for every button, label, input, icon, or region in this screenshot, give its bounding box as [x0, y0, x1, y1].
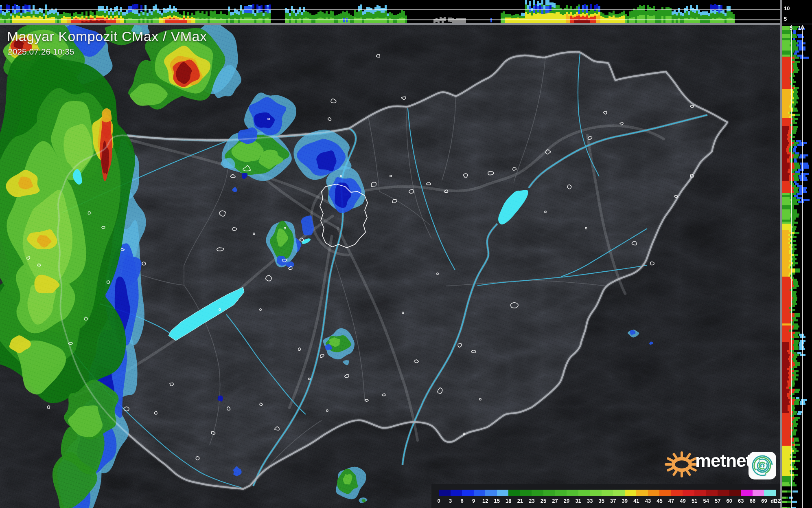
legend-tick-label: 29: [564, 498, 569, 504]
legend-tick-label: 39: [622, 498, 628, 504]
legend-cell: [543, 490, 555, 496]
horizontal-divider: [0, 23, 780, 25]
legend-tick-label: 23: [529, 498, 534, 504]
legend-tick-label: 57: [715, 498, 720, 504]
legend-tick-label: 18: [506, 498, 511, 504]
map-area: [0, 18, 780, 508]
legend-cell: [753, 490, 764, 496]
legend-tick-label: 45: [657, 498, 662, 504]
legend-tick-label: 12: [482, 498, 488, 504]
legend-tick-label: 33: [587, 498, 593, 504]
legend-cell: [671, 490, 683, 496]
legend-cell: [729, 490, 741, 496]
legend-cell: [683, 490, 694, 496]
legend-cell: [508, 490, 520, 496]
radar-composite-screen: Magyar Kompozit CMax / VMax 2025.07.26 1…: [0, 0, 812, 508]
legend-cell: [520, 490, 532, 496]
legend-tick-label: 69: [761, 498, 767, 504]
legend-cell: [648, 490, 660, 496]
spiral-app-icon: [748, 451, 777, 480]
vertical-divider: [780, 0, 782, 508]
legend-tick-label: 15: [494, 498, 500, 504]
legend-cell: [718, 490, 729, 496]
sun-icon: [663, 446, 700, 482]
legend-tick-label: 43: [645, 498, 651, 504]
legend-tick-label: 51: [692, 498, 697, 504]
legend-cell: [613, 490, 625, 496]
legend-tick-label: 66: [750, 498, 755, 504]
legend-cell: [451, 490, 462, 496]
legend-cell: [532, 490, 543, 496]
legend-cell: [659, 490, 671, 496]
legend-tick-label: 54: [703, 498, 709, 504]
top-profile-strip: [0, 0, 780, 24]
legend-cell: [578, 490, 590, 496]
right-strip-tick-10: 10: [798, 25, 804, 31]
legend-unit-label: dBZ: [770, 498, 781, 504]
right-profile-strip: [782, 25, 812, 508]
legend-cell: [741, 490, 753, 496]
legend-tick-label: 49: [680, 498, 685, 504]
page-title: Magyar Kompozit CMax / VMax: [7, 29, 207, 44]
legend-cell: [764, 490, 776, 496]
legend-labels: 0369121518212325272931333537394143454749…: [439, 497, 776, 506]
logo-text: metnet: [695, 451, 751, 471]
legend-cell: [590, 490, 602, 496]
top-strip-tick-10: 10: [784, 6, 790, 11]
legend-cell: [485, 490, 497, 496]
legend-cell: [625, 490, 637, 496]
legend-cell: [602, 490, 613, 496]
legend-tick-label: 27: [552, 498, 558, 504]
legend-tick-label: 31: [575, 498, 581, 504]
legend-tick-label: 0: [437, 498, 440, 504]
legend-tick-label: 47: [668, 498, 674, 504]
legend-tick-label: 6: [460, 498, 463, 504]
legend-tick-label: 63: [738, 498, 744, 504]
legend-cell: [497, 490, 509, 496]
timestamp: 2025.07.26 10:35: [8, 47, 74, 57]
legend-tick-label: 41: [633, 498, 639, 504]
legend-cell: [694, 490, 706, 496]
legend-cell: [462, 490, 474, 496]
legend-cell: [474, 490, 486, 496]
top-strip-tick-5: 5: [784, 16, 787, 22]
legend-tick-label: 60: [727, 498, 732, 504]
legend-cell: [567, 490, 578, 496]
legend-cell: [439, 490, 451, 496]
right-strip-tick-5: 5: [790, 25, 792, 31]
dbz-legend: 0369121518212325272931333537394143454749…: [431, 484, 780, 508]
legend-tick-label: 9: [472, 498, 475, 504]
legend-tick-label: 3: [449, 498, 452, 504]
legend-tick-label: 35: [598, 498, 604, 504]
legend-tick-label: 25: [541, 498, 546, 504]
legend-cell: [706, 490, 718, 496]
legend-tick-label: 21: [517, 498, 523, 504]
legend-color-bar: [439, 490, 776, 496]
legend-cell: [636, 490, 648, 496]
legend-tick-label: 37: [610, 498, 616, 504]
radar-map-scene: [0, 0, 812, 508]
legend-cell: [555, 490, 567, 496]
